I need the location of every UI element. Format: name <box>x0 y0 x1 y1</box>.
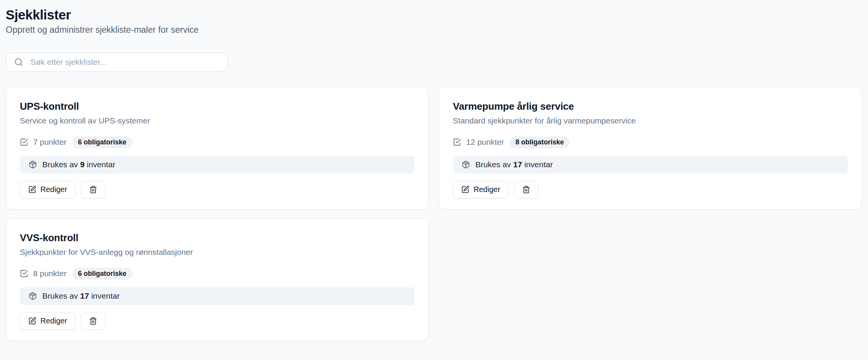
usage-text: Brukes av 9 inventar <box>42 160 115 169</box>
usage-box: Brukes av 17 inventar <box>20 287 415 305</box>
page-title: Sjekklister <box>6 7 862 23</box>
card-meta-row: 7 punkter 6 obligatoriske <box>20 136 415 148</box>
points-count: 12 punkter <box>466 138 504 147</box>
required-badge: 6 obligatoriske <box>72 268 132 280</box>
edit-button[interactable]: Rediger <box>20 181 75 198</box>
checklist-card: UPS-kontroll Service og kontroll av UPS-… <box>6 87 429 210</box>
card-title: UPS-kontroll <box>20 101 415 112</box>
usage-count: 17 <box>513 160 522 169</box>
checklist-card: Varmepumpe årlig service Standard sjekkp… <box>439 87 862 210</box>
usage-count: 17 <box>80 291 89 300</box>
check-square-icon <box>20 138 28 146</box>
checklist-card: VVS-kontroll Sjekkpunkter for VVS-anlegg… <box>6 218 429 341</box>
card-title: VVS-kontroll <box>20 232 415 244</box>
card-meta-row: 8 punkter 6 obligatoriske <box>20 268 415 280</box>
card-meta-row: 12 punkter 8 obligatoriske <box>453 136 848 148</box>
card-description: Service og kontroll av UPS-systemer <box>20 116 415 126</box>
search-box <box>6 53 228 72</box>
delete-button[interactable] <box>514 181 538 198</box>
square-pen-icon <box>28 317 36 325</box>
package-icon <box>462 160 470 169</box>
usage-box: Brukes av 17 inventar <box>453 156 848 174</box>
delete-button[interactable] <box>81 181 105 198</box>
card-description: Sjekkpunkter for VVS-anlegg og rørinstal… <box>20 247 415 257</box>
page-subtitle: Opprett og administrer sjekkliste-maler … <box>6 24 862 35</box>
package-icon <box>29 292 37 300</box>
checklists-page: Sjekklister Opprett og administrer sjekk… <box>0 0 868 341</box>
points-count: 7 punkter <box>33 138 67 147</box>
usage-count: 9 <box>80 160 85 169</box>
card-actions: Rediger <box>20 312 415 330</box>
card-title: Varmepumpe årlig service <box>453 101 848 112</box>
required-badge: 8 obligatoriske <box>510 136 570 148</box>
check-square-icon <box>20 269 28 278</box>
usage-text: Brukes av 17 inventar <box>475 160 553 169</box>
square-pen-icon <box>28 186 36 194</box>
points-count: 8 punkter <box>33 269 67 278</box>
card-actions: Rediger <box>453 181 848 198</box>
edit-button-label: Rediger <box>473 185 500 194</box>
trash-icon <box>89 317 97 325</box>
card-actions: Rediger <box>20 181 415 198</box>
search-input[interactable] <box>6 53 228 72</box>
trash-icon <box>522 186 530 194</box>
usage-text: Brukes av 17 inventar <box>42 291 120 301</box>
delete-button[interactable] <box>81 312 105 330</box>
usage-box: Brukes av 9 inventar <box>20 156 415 174</box>
card-description: Standard sjekkpunkter for årlig varmepum… <box>453 116 848 126</box>
edit-button[interactable]: Rediger <box>20 312 75 330</box>
edit-button[interactable]: Rediger <box>453 181 509 198</box>
checklist-grid: UPS-kontroll Service og kontroll av UPS-… <box>6 87 862 341</box>
package-icon <box>29 160 37 169</box>
trash-icon <box>89 186 97 194</box>
check-square-icon <box>453 138 461 146</box>
required-badge: 6 obligatoriske <box>72 136 132 148</box>
square-pen-icon <box>461 186 469 194</box>
edit-button-label: Rediger <box>40 185 67 194</box>
edit-button-label: Rediger <box>40 317 67 325</box>
